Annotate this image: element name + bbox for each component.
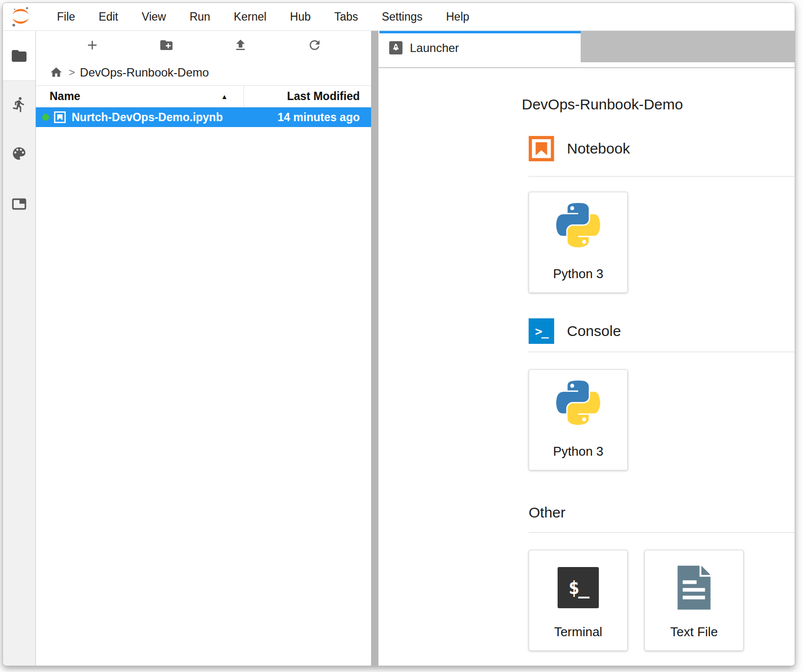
home-icon [50,66,63,79]
python-logo-icon [551,202,606,257]
launcher-panel: DevOps-Runbook-Demo Notebook [378,68,795,666]
last-modified-column-label: Last Modified [287,90,360,103]
refresh-button[interactable] [277,38,351,52]
plus-icon [85,38,100,52]
card-console-python3[interactable]: Python 3 [529,369,628,470]
upload-icon [233,38,248,52]
file-name: Nurtch-DevOps-Demo.ipynb [72,111,223,124]
kernel-running-dot [42,114,49,121]
menu-bar: File Edit View Run Kernel Hub Tabs Setti… [3,3,795,31]
card-label: Terminal [554,624,602,640]
breadcrumb-separator: > [69,66,75,79]
breadcrumb: > DevOps-Runbook-Demo [36,59,371,85]
menu-view[interactable]: View [130,10,178,24]
sidebar-item-files[interactable] [3,31,35,81]
name-column-label: Name [50,90,80,103]
column-header-name[interactable]: Name ▲ [36,86,243,107]
launcher-rocket-icon [389,41,402,54]
new-folder-icon [159,38,174,52]
running-man-icon [11,96,27,113]
other-cards-row: $_ Terminal [529,550,795,651]
screenshot-stage: File Edit View Run Kernel Hub Tabs Setti… [0,0,803,672]
new-folder-button[interactable] [130,38,204,52]
card-terminal[interactable]: $_ Terminal [529,550,628,651]
card-icon-area [529,192,627,266]
menu-items: File Edit View Run Kernel Hub Tabs Setti… [45,10,481,24]
sidebar-item-running[interactable] [3,96,35,113]
breadcrumb-home[interactable] [50,66,63,79]
launcher-section-console: >_ Console [529,318,795,344]
terminal-icon: $_ [558,567,599,608]
main-dock-panel: Launcher DevOps-Runbook-Demo Notebook [378,31,795,666]
file-list-header: Name ▲ Last Modified [36,85,371,107]
section-divider [529,532,795,533]
notebook-section-label: Notebook [567,140,630,157]
launcher-section-notebook: Notebook [529,136,795,161]
notebook-icon [54,111,66,124]
menu-edit[interactable]: Edit [87,10,130,24]
console-section-label: Console [567,323,621,339]
card-icon-area [645,550,743,624]
new-launcher-button[interactable] [55,38,130,52]
menu-settings[interactable]: Settings [370,10,434,24]
console-icon: >_ [529,318,554,344]
section-divider [529,176,795,177]
file-row-selected[interactable]: Nurtch-DevOps-Demo.ipynb 14 minutes ago [36,107,371,127]
file-row-name-cell: Nurtch-DevOps-Demo.ipynb [36,111,243,124]
console-glyph: >_ [535,324,548,338]
tab-bar-empty-area [581,31,795,62]
menu-tabs[interactable]: Tabs [322,10,370,24]
menu-file[interactable]: File [45,10,87,24]
menu-kernel[interactable]: Kernel [222,10,278,24]
dock-tab-bar: Launcher [378,31,795,62]
file-last-modified: 14 minutes ago [243,111,371,124]
card-label: Python 3 [553,444,604,459]
refresh-icon [307,38,322,52]
upload-button[interactable] [204,38,278,52]
tab-launcher-label: Launcher [410,41,459,55]
activity-sidebar [3,31,36,666]
breadcrumb-current-folder[interactable]: DevOps-Runbook-Demo [80,66,209,79]
other-section-label: Other [529,504,795,521]
panel-splitter-handle[interactable] [371,31,378,666]
card-label: Python 3 [553,266,604,282]
palette-icon [11,145,27,162]
card-notebook-python3[interactable]: Python 3 [529,192,628,293]
menu-run[interactable]: Run [178,10,222,24]
notebook-orange-icon [529,136,554,161]
tab-launcher[interactable]: Launcher [379,31,581,62]
sort-ascending-icon: ▲ [221,93,228,101]
menu-hub[interactable]: Hub [278,10,322,24]
jupyter-logo-icon [10,5,31,28]
launcher-cwd-title: DevOps-Runbook-Demo [522,96,795,113]
app-body: > DevOps-Runbook-Demo Name ▲ Last Modifi… [3,31,795,666]
card-icon-area [529,370,627,444]
folder-icon [10,47,28,65]
sidebar-item-commands[interactable] [3,145,35,162]
menu-help[interactable]: Help [434,10,481,24]
card-icon-area: $_ [529,550,627,624]
python-logo-icon [551,380,606,435]
text-file-icon [674,565,714,611]
sidebar-item-tabs[interactable] [3,196,35,212]
card-label: Text File [670,624,718,640]
jupyterlab-window: File Edit View Run Kernel Hub Tabs Setti… [2,2,795,666]
column-header-last-modified[interactable]: Last Modified [243,86,371,107]
card-text-file[interactable]: Text File [644,550,744,651]
tab-bar-gap [378,62,795,67]
section-divider [529,352,795,352]
tabs-icon [11,196,27,212]
file-browser-panel: > DevOps-Runbook-Demo Name ▲ Last Modifi… [36,31,371,666]
terminal-glyph: $_ [568,577,588,598]
file-browser-toolbar [36,31,371,59]
